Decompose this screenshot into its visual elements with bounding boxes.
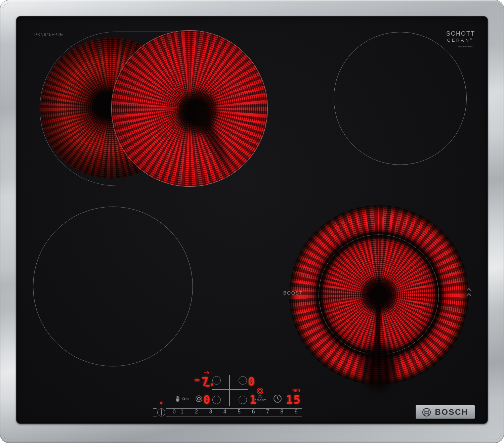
child-lock-key-icon <box>182 397 190 401</box>
child-lock-hand-icon[interactable] <box>175 395 181 402</box>
boost-control-label: BOOST <box>253 399 268 402</box>
slider-separator: · <box>203 409 204 414</box>
zone-select-bottom-right-button[interactable] <box>239 396 247 404</box>
thermal-limiter-shadow <box>374 295 382 367</box>
zone-top-right-level-display: 0 <box>248 376 255 387</box>
slider-level-8[interactable]: 8 <box>281 409 284 415</box>
glass-brand-print: SCHOTT CERAN® 9001608660 <box>446 30 474 48</box>
registered-mark: ® <box>470 38 473 41</box>
zone-select-cross-vertical <box>229 375 230 406</box>
power-indicator-dot <box>160 402 162 404</box>
slider-level-0[interactable]: 0 <box>173 409 176 415</box>
power-level-slider[interactable]: 0 1 · 2 · 3 · 4 · 5 · 6 · 7 · 8 · 9 <box>173 408 298 415</box>
zone-select-bottom-left-button[interactable] <box>212 396 221 404</box>
zone-top-left-main-coil-glowing <box>111 30 268 187</box>
slider-rail-bottom <box>169 416 302 416</box>
bosch-ceramic-hob-photo: PKN645FP2E SCHOTT CERAN® 9001608660 BOOS… <box>0 0 504 443</box>
glass-brand-line1: SCHOTT <box>446 30 474 37</box>
slider-separator: · <box>188 409 190 414</box>
zone-bottom-right-inner-outline <box>319 234 439 355</box>
extension-segment-indicator <box>205 385 210 387</box>
bosch-wordmark: BOSCH <box>435 407 468 417</box>
zone-select-top-right-button[interactable] <box>239 376 247 385</box>
slider-level-3[interactable]: 3 <box>209 409 212 415</box>
slider-level-2[interactable]: 2 <box>195 409 198 415</box>
bosch-badge: BOSCH <box>416 405 475 419</box>
heating-element-center-shadow <box>172 85 223 139</box>
bosch-armature-icon <box>422 408 431 417</box>
zone-select-top-left-button[interactable] <box>212 376 221 385</box>
timer-clock-icon[interactable] <box>273 394 282 403</box>
slider-level-4[interactable]: 4 <box>223 409 226 415</box>
slider-level-1[interactable]: 1 <box>181 409 184 415</box>
model-number-print: PKN645FP2E <box>34 32 63 37</box>
slider-level-9[interactable]: 9 <box>295 409 298 415</box>
glass-brand-line2: CERAN® <box>446 38 474 43</box>
element-lead-shadow <box>359 339 399 395</box>
zone-bottom-left-outline <box>33 207 193 366</box>
dual-zone-indicator: ∞ <box>195 377 200 384</box>
slider-level-5[interactable]: 5 <box>238 409 241 415</box>
slider-rail-stub <box>166 416 169 416</box>
slider-separator: · <box>260 409 261 414</box>
boost-chevrons-icon <box>258 394 262 399</box>
slider-rail-stub <box>153 416 157 416</box>
slider-separator: · <box>231 409 233 414</box>
boost-glass-chevrons-icon <box>467 287 471 297</box>
glass-print-code: 9001608660 <box>446 45 474 48</box>
slider-level-7[interactable]: 7 <box>266 409 269 415</box>
boost-zone-marking: BOOST <box>283 290 303 296</box>
dual-circuit-select-icon[interactable] <box>195 395 203 402</box>
timer-value-display: 15 <box>286 394 301 405</box>
slider-rail-stub <box>166 408 169 409</box>
ceramic-glass-surface: PKN645FP2E SCHOTT CERAN® 9001608660 BOOS… <box>16 16 488 424</box>
slider-separator: · <box>288 409 290 414</box>
slider-level-6[interactable]: 6 <box>252 409 255 415</box>
thermal-limiter-shadow <box>191 103 237 179</box>
slider-separator: · <box>274 409 276 414</box>
zone-bottom-left-level-display: 0 <box>203 394 210 405</box>
zone-select-cross-horizontal <box>212 389 248 390</box>
power-button[interactable] <box>157 408 165 416</box>
zone-top-right-outline <box>334 32 467 165</box>
heating-element-center-shadow <box>361 276 397 313</box>
slider-separator: · <box>246 409 247 414</box>
slider-separator: · <box>217 409 218 414</box>
boost-bullseye-icon[interactable] <box>256 387 264 395</box>
zone-bottom-right-coil-glowing <box>289 205 469 385</box>
timer-unit-label: min <box>292 388 300 393</box>
slider-rail-stub <box>153 408 157 409</box>
